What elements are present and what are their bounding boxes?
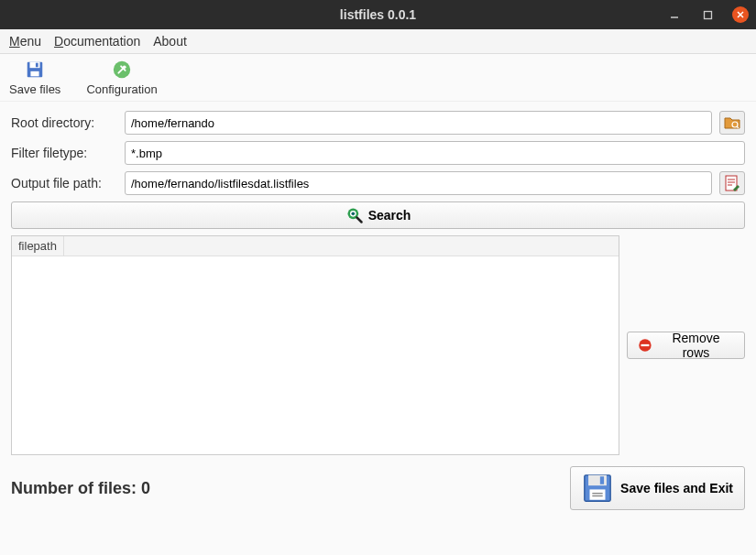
browse-root-dir-button[interactable] xyxy=(719,111,745,135)
root-dir-label: Root directory: xyxy=(11,115,117,130)
menubar: Menu Documentation About xyxy=(0,29,756,54)
browse-output-button[interactable] xyxy=(719,171,745,195)
folder-open-icon xyxy=(724,115,740,130)
grid-body[interactable] xyxy=(12,256,619,454)
grid-column-filepath[interactable]: filepath xyxy=(12,236,64,256)
window-title: listfiles 0.0.1 xyxy=(340,7,416,22)
toolbar-save-files-label: Save files xyxy=(9,82,60,96)
svg-point-9 xyxy=(123,65,126,69)
output-path-input[interactable] xyxy=(125,171,712,195)
tools-icon xyxy=(111,59,133,81)
remove-rows-button[interactable]: Remove rows xyxy=(627,332,745,359)
output-path-label: Output file path: xyxy=(11,176,117,190)
svg-rect-5 xyxy=(30,62,40,68)
grid-header: filepath xyxy=(12,236,619,256)
window-controls xyxy=(666,6,749,23)
toolbar: Save files Configuration xyxy=(0,54,756,102)
floppy-large-icon xyxy=(582,473,613,504)
minimize-icon xyxy=(669,9,680,20)
svg-rect-1 xyxy=(704,11,711,18)
close-button[interactable] xyxy=(732,6,749,23)
save-exit-label: Save files and Exit xyxy=(620,481,733,495)
svg-point-15 xyxy=(351,212,355,216)
close-icon xyxy=(736,10,745,19)
maximize-icon xyxy=(703,10,713,20)
edit-file-icon xyxy=(724,175,740,191)
root-dir-input[interactable] xyxy=(125,111,712,135)
menu-item-about[interactable]: About xyxy=(153,34,187,49)
filter-input[interactable] xyxy=(125,141,745,165)
titlebar: listfiles 0.0.1 xyxy=(0,0,756,29)
svg-rect-6 xyxy=(31,71,39,77)
search-button-label: Search xyxy=(368,208,411,223)
menu-item-menu[interactable]: Menu xyxy=(9,34,41,49)
toolbar-configuration-label: Configuration xyxy=(86,82,157,96)
search-button[interactable]: Search xyxy=(11,201,745,229)
bottom-bar: Number of files: 0 Save files and Exit xyxy=(0,455,756,510)
svg-rect-7 xyxy=(36,63,38,68)
file-count-value: 0 xyxy=(141,479,150,497)
search-icon xyxy=(345,206,364,224)
remove-icon xyxy=(637,337,653,354)
svg-line-16 xyxy=(356,218,361,223)
filter-label: Filter filetype: xyxy=(11,146,117,160)
floppy-icon xyxy=(24,59,46,81)
svg-rect-22 xyxy=(600,476,604,484)
toolbar-save-files[interactable]: Save files xyxy=(9,59,60,96)
middle-section: filepath Remove rows xyxy=(0,235,756,455)
save-files-and-exit-button[interactable]: Save files and Exit xyxy=(570,466,745,510)
minimize-button[interactable] xyxy=(666,6,683,23)
menu-item-documentation[interactable]: Documentation xyxy=(54,34,140,49)
file-count-prefix: Number of files: xyxy=(11,479,141,497)
file-count: Number of files: 0 xyxy=(11,479,150,498)
remove-rows-label: Remove rows xyxy=(657,331,735,360)
toolbar-configuration[interactable]: Configuration xyxy=(86,59,157,96)
results-grid[interactable]: filepath xyxy=(11,235,619,455)
form-area: Root directory: Filter filetype: Output … xyxy=(0,102,756,229)
svg-rect-18 xyxy=(641,344,650,346)
svg-rect-21 xyxy=(590,489,606,499)
maximize-button[interactable] xyxy=(699,6,716,23)
